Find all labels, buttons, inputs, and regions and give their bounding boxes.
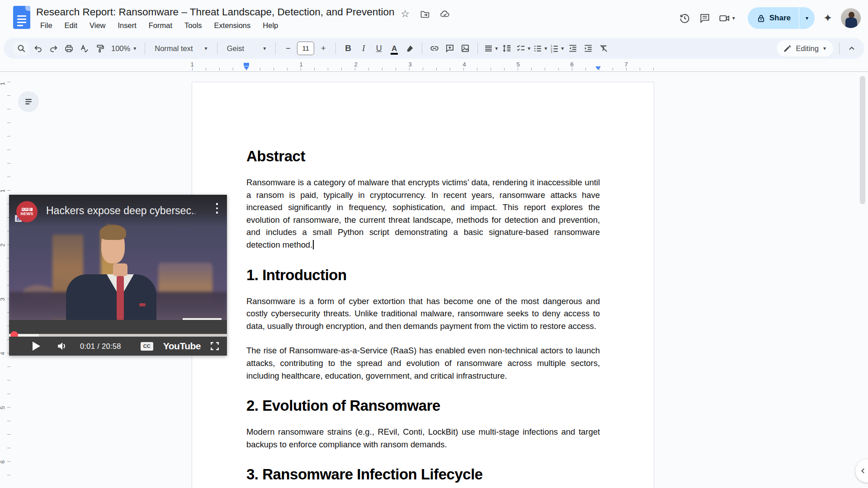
star-icon[interactable]: ☆ (400, 9, 410, 19)
ruler-divider (0, 71, 868, 72)
heading-evolution[interactable]: 2. Evolution of Ransomware (246, 397, 600, 414)
document-body[interactable]: Abstract Ransomware is a category of mal… (246, 136, 600, 488)
font-size-field[interactable]: 11 (297, 42, 314, 55)
left-indent-marker[interactable] (244, 66, 249, 70)
video-more-options-icon[interactable] (216, 203, 218, 214)
youtube-logo[interactable]: YouTube (163, 341, 201, 352)
scrollbar-thumb[interactable] (860, 76, 865, 204)
underline-button[interactable]: U (373, 42, 385, 55)
share-dropdown[interactable]: ▾ (799, 7, 815, 29)
docs-logo-fold (25, 6, 30, 11)
mode-caret-icon: ▾ (823, 46, 826, 51)
docs-logo-icon[interactable] (13, 6, 30, 29)
redo-icon[interactable] (47, 42, 60, 55)
version-history-icon[interactable] (678, 11, 692, 25)
video-call-icon[interactable] (718, 11, 731, 25)
decrease-indent-icon[interactable] (566, 42, 579, 55)
text-cursor (313, 240, 314, 249)
numbered-list-select[interactable]: 1 2 3 ▾ (550, 42, 564, 55)
first-line-indent-marker[interactable] (244, 63, 249, 66)
paragraph-styles-select[interactable]: Normal text ▾ (151, 42, 211, 55)
video-time-display: 0:01 / 20:58 (80, 342, 121, 351)
share-button-main[interactable]: Share (748, 7, 799, 29)
lock-icon (757, 14, 765, 23)
menu-insert[interactable]: Insert (113, 20, 142, 31)
increase-font-size-button[interactable]: + (317, 42, 330, 55)
paragraph-introduction-2[interactable]: The rise of Ransomware-as-a-Service (Raa… (246, 344, 600, 382)
heading-lifecycle[interactable]: 3. Ransomware Infection Lifecycle (246, 466, 600, 483)
insert-link-icon[interactable] (428, 42, 441, 55)
undo-icon[interactable] (32, 42, 44, 55)
mode-select[interactable]: Editing ▾ (777, 40, 833, 56)
video-frame[interactable]: B BBC NEWS Hackers expose deep cybersec.… (9, 195, 227, 320)
font-caret-icon: ▾ (263, 46, 266, 51)
svg-text:3: 3 (551, 50, 552, 53)
horizontal-ruler[interactable] (192, 68, 654, 70)
move-folder-icon[interactable] (420, 9, 430, 19)
heading-introduction[interactable]: 1. Introduction (246, 267, 600, 284)
bulleted-list-select[interactable]: ▾ (533, 42, 547, 55)
show-outline-button[interactable] (18, 91, 39, 112)
bold-button[interactable]: B (342, 42, 354, 55)
decrease-font-size-button[interactable]: − (282, 42, 294, 55)
fullscreen-icon[interactable] (210, 341, 220, 351)
cloud-saved-icon[interactable] (439, 9, 450, 19)
insert-image-icon[interactable] (459, 42, 472, 55)
numbered-list-caret-icon: ▾ (561, 46, 564, 51)
paragraph-introduction-1[interactable]: Ransomware is a form of cyber extortion … (246, 295, 600, 333)
top-bar: Research Report: Ransomware – Threat Lan… (0, 0, 868, 36)
menu-bar: File Edit View Insert Format Tools Exten… (35, 20, 283, 31)
news-anchor-pocket-square (139, 303, 146, 306)
gemini-sparkle-icon[interactable]: ✦ (821, 11, 835, 25)
bulleted-list-caret-icon: ▾ (544, 46, 547, 51)
news-anchor-tie (117, 276, 124, 320)
italic-button[interactable]: I (357, 42, 370, 55)
align-select[interactable]: ▾ (484, 42, 498, 55)
menu-extensions[interactable]: Extensions (209, 20, 256, 31)
text-color-button[interactable]: A (388, 42, 401, 55)
news-anchor-head (100, 225, 126, 266)
video-call-caret-icon[interactable]: ▾ (732, 15, 735, 21)
menu-file[interactable]: File (35, 20, 57, 31)
line-spacing-icon[interactable] (500, 42, 513, 55)
comments-icon[interactable] (698, 11, 712, 25)
avatar-person (845, 12, 857, 28)
menu-edit[interactable]: Edit (60, 20, 82, 31)
video-call-group[interactable]: ▾ (718, 11, 735, 25)
menu-view[interactable]: View (85, 20, 110, 31)
paint-format-icon[interactable] (93, 42, 106, 55)
document-title[interactable]: Research Report: Ransomware – Threat Lan… (36, 6, 395, 18)
menu-format[interactable]: Format (144, 20, 177, 31)
add-comment-icon[interactable] (443, 42, 456, 55)
play-button[interactable] (33, 342, 40, 351)
zoom-select[interactable]: 100% ▾ (108, 42, 139, 55)
paragraph-abstract[interactable]: Ransomware is a category of malware that… (246, 176, 600, 251)
volume-icon[interactable] (57, 340, 68, 352)
spell-check-icon[interactable] (78, 42, 90, 55)
heading-abstract[interactable]: Abstract (246, 148, 600, 165)
bbc-news-channel-logo[interactable]: BBC NEWS (16, 201, 38, 222)
video-title[interactable]: Hackers expose deep cybersec... (46, 205, 195, 217)
closed-captions-button[interactable]: CC (141, 342, 153, 351)
video-controls-bar: 0:01 / 20:58 CC YouTube (9, 337, 227, 356)
paragraph-evolution[interactable]: Modern ransomware strains (e.g., REvil, … (246, 426, 600, 450)
font-select[interactable]: Geist ▾ (223, 42, 270, 55)
increase-indent-icon[interactable] (582, 42, 594, 55)
share-button[interactable]: Share ▾ (748, 7, 815, 29)
search-menus-icon[interactable] (14, 42, 29, 55)
zoom-caret-icon: ▾ (133, 46, 136, 51)
menu-help[interactable]: Help (258, 20, 283, 31)
account-avatar[interactable] (841, 8, 861, 28)
formatting-toolbar: 100% ▾ Normal text ▾ Geist ▾ − 11 + B I … (4, 38, 864, 59)
highlight-color-icon[interactable] (403, 42, 416, 55)
checklist-select[interactable]: ▾ (516, 42, 530, 55)
google-docs-app: Research Report: Ransomware – Threat Lan… (0, 0, 868, 488)
youtube-embed-player[interactable]: B BBC NEWS Hackers expose deep cybersec.… (9, 195, 227, 356)
clear-formatting-icon[interactable] (597, 42, 610, 55)
menu-tools[interactable]: Tools (179, 20, 207, 31)
mode-label: Editing (796, 44, 819, 53)
print-icon[interactable] (62, 42, 75, 55)
checklist-caret-icon: ▾ (528, 46, 530, 51)
hide-menus-icon[interactable] (845, 42, 858, 55)
right-indent-marker[interactable] (595, 66, 601, 70)
